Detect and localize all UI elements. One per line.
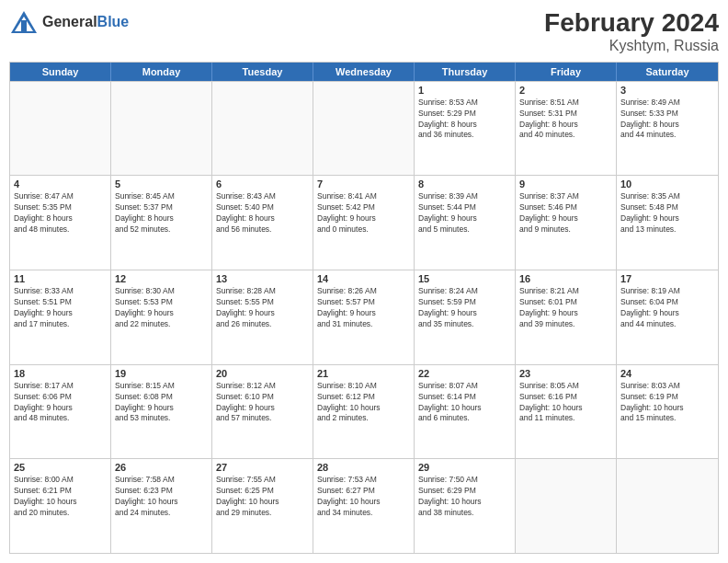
header-thursday: Thursday — [415, 63, 516, 81]
header-sunday: Sunday — [10, 63, 111, 81]
day-info: Sunrise: 8:43 AM Sunset: 5:40 PM Dayligh… — [216, 191, 309, 236]
calendar-cell: 3Sunrise: 8:49 AM Sunset: 5:33 PM Daylig… — [617, 82, 718, 176]
calendar-cell: 5Sunrise: 8:45 AM Sunset: 5:37 PM Daylig… — [111, 176, 212, 270]
day-info: Sunrise: 8:51 AM Sunset: 5:31 PM Dayligh… — [519, 98, 612, 142]
day-info: Sunrise: 8:47 AM Sunset: 5:35 PM Dayligh… — [14, 191, 107, 236]
calendar-cell: 1Sunrise: 8:53 AM Sunset: 5:29 PM Daylig… — [415, 82, 516, 176]
header-wednesday: Wednesday — [313, 63, 415, 81]
day-number: 14 — [317, 273, 410, 284]
calendar-cell — [111, 82, 212, 176]
day-number: 20 — [216, 368, 309, 379]
day-number: 21 — [317, 368, 410, 379]
day-info: Sunrise: 7:50 AM Sunset: 6:29 PM Dayligh… — [418, 475, 511, 519]
calendar-cell: 9Sunrise: 8:37 AM Sunset: 5:46 PM Daylig… — [516, 176, 617, 270]
day-number: 5 — [115, 178, 208, 190]
day-number: 2 — [519, 85, 612, 96]
day-number: 3 — [620, 85, 714, 96]
calendar-cell: 8Sunrise: 8:39 AM Sunset: 5:44 PM Daylig… — [415, 176, 516, 270]
day-number: 15 — [418, 273, 511, 284]
calendar-cell: 12Sunrise: 8:30 AM Sunset: 5:53 PM Dayli… — [111, 270, 212, 364]
calendar-body: 1Sunrise: 8:53 AM Sunset: 5:29 PM Daylig… — [10, 81, 718, 553]
calendar-cell — [10, 82, 111, 176]
day-number: 18 — [14, 368, 107, 379]
header-tuesday: Tuesday — [212, 63, 313, 81]
day-info: Sunrise: 8:17 AM Sunset: 6:06 PM Dayligh… — [14, 381, 107, 425]
day-number: 12 — [115, 273, 208, 284]
calendar-cell: 15Sunrise: 8:24 AM Sunset: 5:59 PM Dayli… — [415, 270, 516, 364]
calendar-cell: 29Sunrise: 7:50 AM Sunset: 6:29 PM Dayli… — [415, 459, 516, 553]
calendar-cell: 21Sunrise: 8:10 AM Sunset: 6:12 PM Dayli… — [313, 365, 415, 459]
calendar-cell: 26Sunrise: 7:58 AM Sunset: 6:23 PM Dayli… — [111, 459, 212, 553]
calendar-cell: 7Sunrise: 8:41 AM Sunset: 5:42 PM Daylig… — [313, 176, 415, 270]
calendar-cell: 28Sunrise: 7:53 AM Sunset: 6:27 PM Dayli… — [313, 459, 415, 553]
day-number: 27 — [216, 462, 309, 473]
calendar-cell: 10Sunrise: 8:35 AM Sunset: 5:48 PM Dayli… — [617, 176, 718, 270]
header-monday: Monday — [111, 63, 212, 81]
logo-general: General — [42, 14, 97, 29]
day-info: Sunrise: 8:26 AM Sunset: 5:57 PM Dayligh… — [317, 286, 410, 330]
calendar-cell: 13Sunrise: 8:28 AM Sunset: 5:55 PM Dayli… — [212, 270, 313, 364]
calendar: Sunday Monday Tuesday Wednesday Thursday… — [9, 62, 719, 554]
logo: GeneralBlue — [9, 9, 129, 35]
calendar-subtitle: Kyshtym, Russia — [544, 38, 719, 54]
day-info: Sunrise: 8:00 AM Sunset: 6:21 PM Dayligh… — [14, 475, 107, 519]
day-number: 28 — [317, 462, 410, 473]
day-info: Sunrise: 8:15 AM Sunset: 6:08 PM Dayligh… — [115, 381, 208, 425]
day-info: Sunrise: 7:53 AM Sunset: 6:27 PM Dayligh… — [317, 475, 410, 519]
calendar-week-4: 18Sunrise: 8:17 AM Sunset: 6:06 PM Dayli… — [10, 364, 718, 459]
day-number: 19 — [115, 368, 208, 379]
calendar-week-2: 4Sunrise: 8:47 AM Sunset: 5:35 PM Daylig… — [10, 175, 718, 270]
day-info: Sunrise: 8:03 AM Sunset: 6:19 PM Dayligh… — [620, 381, 714, 425]
day-info: Sunrise: 8:05 AM Sunset: 6:16 PM Dayligh… — [519, 381, 612, 425]
day-number: 6 — [216, 178, 309, 190]
calendar-week-3: 11Sunrise: 8:33 AM Sunset: 5:51 PM Dayli… — [10, 270, 718, 364]
day-number: 23 — [519, 368, 612, 379]
header-saturday: Saturday — [617, 63, 718, 81]
day-number: 24 — [620, 368, 714, 379]
day-number: 9 — [519, 178, 612, 190]
calendar-cell: 19Sunrise: 8:15 AM Sunset: 6:08 PM Dayli… — [111, 365, 212, 459]
logo-blue: Blue — [97, 14, 130, 29]
day-number: 25 — [14, 462, 107, 473]
day-info: Sunrise: 8:28 AM Sunset: 5:55 PM Dayligh… — [216, 286, 309, 330]
calendar-cell: 25Sunrise: 8:00 AM Sunset: 6:21 PM Dayli… — [10, 459, 111, 553]
page: GeneralBlue February 2024 Kyshtym, Russi… — [0, 0, 728, 563]
calendar-cell — [313, 82, 415, 176]
logo-text: GeneralBlue — [42, 14, 129, 30]
title-block: February 2024 Kyshtym, Russia — [544, 9, 719, 54]
day-number: 8 — [418, 178, 511, 190]
day-info: Sunrise: 8:33 AM Sunset: 5:51 PM Dayligh… — [14, 286, 107, 330]
calendar-cell: 23Sunrise: 8:05 AM Sunset: 6:16 PM Dayli… — [516, 365, 617, 459]
calendar-cell: 2Sunrise: 8:51 AM Sunset: 5:31 PM Daylig… — [516, 82, 617, 176]
day-number: 7 — [317, 178, 410, 190]
day-info: Sunrise: 8:45 AM Sunset: 5:37 PM Dayligh… — [115, 191, 208, 236]
calendar-cell — [212, 82, 313, 176]
day-info: Sunrise: 8:12 AM Sunset: 6:10 PM Dayligh… — [216, 381, 309, 425]
day-info: Sunrise: 8:53 AM Sunset: 5:29 PM Dayligh… — [418, 98, 511, 142]
day-number: 16 — [519, 273, 612, 284]
calendar-cell: 6Sunrise: 8:43 AM Sunset: 5:40 PM Daylig… — [212, 176, 313, 270]
calendar-cell: 24Sunrise: 8:03 AM Sunset: 6:19 PM Dayli… — [617, 365, 718, 459]
day-number: 11 — [14, 273, 107, 284]
calendar-cell: 11Sunrise: 8:33 AM Sunset: 5:51 PM Dayli… — [10, 270, 111, 364]
day-info: Sunrise: 8:41 AM Sunset: 5:42 PM Dayligh… — [317, 191, 410, 236]
calendar-cell — [516, 459, 617, 553]
day-number: 17 — [620, 273, 714, 284]
day-info: Sunrise: 8:24 AM Sunset: 5:59 PM Dayligh… — [418, 286, 511, 330]
calendar-cell: 22Sunrise: 8:07 AM Sunset: 6:14 PM Dayli… — [415, 365, 516, 459]
calendar-week-1: 1Sunrise: 8:53 AM Sunset: 5:29 PM Daylig… — [10, 81, 718, 176]
calendar-cell: 16Sunrise: 8:21 AM Sunset: 6:01 PM Dayli… — [516, 270, 617, 364]
calendar-cell — [617, 459, 718, 553]
calendar-cell: 20Sunrise: 8:12 AM Sunset: 6:10 PM Dayli… — [212, 365, 313, 459]
calendar-week-5: 25Sunrise: 8:00 AM Sunset: 6:21 PM Dayli… — [10, 458, 718, 553]
day-info: Sunrise: 8:10 AM Sunset: 6:12 PM Dayligh… — [317, 381, 410, 425]
day-number: 10 — [620, 178, 714, 190]
day-number: 22 — [418, 368, 511, 379]
day-number: 1 — [418, 85, 511, 96]
day-info: Sunrise: 8:30 AM Sunset: 5:53 PM Dayligh… — [115, 286, 208, 330]
header-friday: Friday — [516, 63, 617, 81]
calendar-title: February 2024 — [544, 9, 719, 38]
day-info: Sunrise: 7:58 AM Sunset: 6:23 PM Dayligh… — [115, 475, 208, 519]
day-number: 13 — [216, 273, 309, 284]
logo-icon — [9, 9, 39, 35]
